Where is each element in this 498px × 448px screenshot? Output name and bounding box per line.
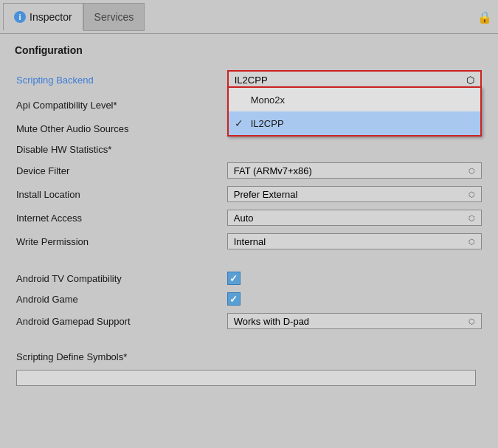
write-permission-arrow: ⬡ bbox=[468, 238, 475, 246]
label-scripting-symbols: Scripting Define Symbols* bbox=[16, 351, 127, 362]
android-gamepad-button[interactable]: Works with D-pad ⬡ bbox=[227, 313, 482, 329]
device-filter-value: FAT (ARMv7+x86) bbox=[234, 165, 312, 176]
row-scripting-symbols-input bbox=[15, 366, 483, 390]
scripting-backend-value: IL2CPP bbox=[235, 75, 268, 86]
row-disable-hw: Disable HW Statistics* bbox=[15, 140, 483, 159]
label-android-game: Android Game bbox=[16, 294, 78, 305]
install-location-button[interactable]: Prefer External ⬡ bbox=[227, 186, 482, 202]
option-il2cpp-label: IL2CPP bbox=[251, 118, 284, 129]
row-device-filter: Device Filter FAT (ARMv7+x86) ⬡ bbox=[15, 159, 483, 182]
android-game-checkbox[interactable]: ✓ bbox=[227, 292, 241, 306]
android-gamepad-value: Works with D-pad bbox=[234, 316, 309, 327]
section-title: Configuration bbox=[15, 44, 483, 56]
tab-inspector[interactable]: i Inspector bbox=[3, 3, 83, 31]
option-il2cpp[interactable]: ✓ IL2CPP bbox=[229, 111, 480, 135]
tab-inspector-label: Inspector bbox=[30, 11, 72, 23]
scripting-backend-wrapper: IL2CPP ⬡ Mono2x bbox=[227, 70, 482, 89]
gap-row-2 bbox=[15, 333, 483, 348]
android-game-checkbox-cell: ✓ bbox=[227, 292, 482, 306]
lock-icon[interactable]: 🔒 bbox=[477, 10, 492, 24]
main-window: i Inspector Services 🔒 Configuration Scr… bbox=[0, 0, 498, 448]
internet-access-arrow: ⬡ bbox=[468, 214, 475, 222]
option-mono2x-wrapper: Mono2x bbox=[229, 88, 480, 111]
android-tv-checkbox[interactable]: ✓ bbox=[227, 272, 241, 285]
scripting-symbols-input[interactable] bbox=[16, 370, 476, 386]
internet-access-button[interactable]: Auto ⬡ bbox=[227, 210, 482, 226]
check-mark-icon: ✓ bbox=[235, 117, 243, 129]
option-mono2x[interactable]: Mono2x bbox=[229, 88, 480, 111]
tab-services[interactable]: Services bbox=[83, 3, 145, 31]
gap-row bbox=[15, 253, 483, 268]
install-location-arrow: ⬡ bbox=[468, 190, 475, 199]
info-icon: i bbox=[14, 11, 26, 23]
scripting-backend-popup: Mono2x ✓ IL2CPP bbox=[227, 86, 482, 137]
install-location-value: Prefer External bbox=[234, 189, 298, 200]
label-install-location: Install Location bbox=[16, 189, 80, 200]
row-android-game: Android Game ✓ bbox=[15, 289, 483, 309]
scripting-backend-arrow: ⬡ bbox=[466, 75, 474, 86]
tab-bar: i Inspector Services 🔒 bbox=[0, 0, 498, 34]
device-filter-arrow: ⬡ bbox=[468, 167, 475, 175]
row-write-permission: Write Permission Internal ⬡ bbox=[15, 230, 483, 253]
android-gamepad-arrow: ⬡ bbox=[468, 317, 475, 325]
label-disable-hw: Disable HW Statistics* bbox=[16, 144, 111, 155]
label-android-tv: Android TV Compatibility bbox=[16, 273, 122, 284]
row-scripting-backend: Scripting Backend IL2CPP ⬡ bbox=[15, 66, 483, 93]
label-mute-audio: Mute Other Audio Sources bbox=[16, 123, 128, 134]
internet-access-value: Auto bbox=[234, 213, 254, 224]
label-api-compatibility: Api Compatibility Level* bbox=[16, 100, 117, 111]
write-permission-value: Internal bbox=[234, 236, 266, 247]
label-scripting-backend: Scripting Backend bbox=[16, 75, 94, 86]
option-il2cpp-wrapper: ✓ IL2CPP bbox=[229, 111, 480, 135]
label-write-permission: Write Permission bbox=[16, 236, 89, 247]
scripting-backend-button[interactable]: IL2CPP ⬡ bbox=[229, 72, 480, 88]
content-area: Configuration Scripting Backend IL2CPP ⬡ bbox=[0, 34, 498, 448]
option-mono2x-label: Mono2x bbox=[251, 94, 285, 106]
settings-table: Scripting Backend IL2CPP ⬡ bbox=[15, 66, 483, 390]
scripting-backend-dropdown-container: IL2CPP ⬡ Mono2x bbox=[227, 70, 482, 89]
write-permission-button[interactable]: Internal ⬡ bbox=[227, 233, 482, 249]
row-internet-access: Internet Access Auto ⬡ bbox=[15, 206, 483, 230]
row-android-gamepad: Android Gamepad Support Works with D-pad… bbox=[15, 309, 483, 333]
row-android-tv: Android TV Compatibility ✓ bbox=[15, 268, 483, 289]
device-filter-button[interactable]: FAT (ARMv7+x86) ⬡ bbox=[227, 162, 482, 179]
row-install-location: Install Location Prefer External ⬡ bbox=[15, 182, 483, 206]
tab-services-label: Services bbox=[94, 11, 134, 23]
label-device-filter: Device Filter bbox=[16, 165, 69, 176]
label-internet-access: Internet Access bbox=[16, 213, 82, 224]
row-scripting-symbols: Scripting Define Symbols* bbox=[15, 348, 483, 366]
android-tv-checkbox-cell: ✓ bbox=[227, 272, 482, 285]
label-android-gamepad: Android Gamepad Support bbox=[16, 316, 131, 327]
